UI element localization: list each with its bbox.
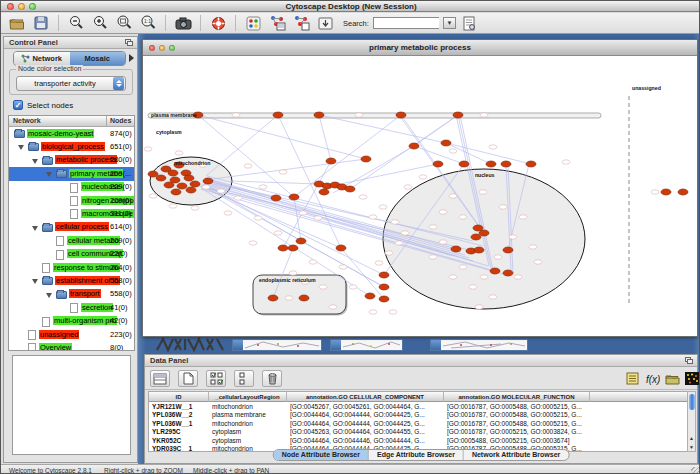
network-edge[interactable]	[294, 197, 301, 241]
unselect-attributes-grid-icon[interactable]	[234, 370, 254, 387]
network-node[interactable]	[486, 161, 496, 167]
new-attribute-icon[interactable]	[178, 370, 198, 387]
tree-row-response-to-stimulu[interactable]: response to stimulu264(0)	[9, 261, 134, 274]
tab-edge-attribute-browser[interactable]: Edge Attribute Browser	[369, 450, 464, 460]
network-node-small[interactable]	[254, 216, 262, 220]
table-vertical-scrollbar[interactable]: ▲ ▼	[687, 391, 696, 452]
tree-row-secretion[interactable]: secretion41(0)	[9, 301, 134, 314]
zoom-fit-icon[interactable]: 1:1	[138, 14, 158, 32]
network-node-small[interactable]	[285, 296, 293, 300]
notes-icon[interactable]	[624, 371, 640, 386]
open-file-icon[interactable]	[7, 14, 27, 32]
network-node-small[interactable]	[534, 260, 542, 264]
network-node[interactable]	[459, 161, 469, 167]
network-node[interactable]	[361, 156, 371, 162]
network-node-small[interactable]	[309, 260, 317, 264]
tree-row-cell-communicat[interactable]: cell communicat22(0)	[9, 248, 134, 261]
network-node-small[interactable]	[429, 225, 437, 229]
network-node-small[interactable]	[249, 241, 257, 245]
tree-row-cellular-process[interactable]: cellular process614(0)	[9, 221, 134, 234]
network-node[interactable]	[278, 245, 288, 251]
search-options-icon[interactable]	[460, 14, 480, 32]
minimized-window-thumbnail[interactable]	[430, 339, 528, 351]
network-node-small[interactable]	[149, 194, 157, 198]
network-node-small[interactable]	[224, 211, 232, 215]
network-edge[interactable]	[319, 115, 331, 161]
network-canvas[interactable]: plasma membranecytoplasmmitochondrionnuc…	[143, 56, 697, 336]
tree-expander-icon[interactable]	[32, 279, 38, 284]
scroll-up-icon[interactable]: ▲	[688, 434, 695, 442]
network-node-small[interactable]	[475, 305, 483, 309]
tab-network[interactable]: Network	[14, 52, 70, 65]
network-node[interactable]	[299, 295, 309, 301]
network-node-small[interactable]	[449, 149, 457, 153]
network-node[interactable]	[184, 175, 194, 181]
function-builder-icon[interactable]: f(x)	[644, 371, 660, 386]
tree-row-establishment-of-lo[interactable]: establishment of lo558(0)	[9, 274, 134, 287]
tree-expander-icon[interactable]	[32, 159, 38, 164]
network-node[interactable]	[451, 246, 461, 252]
network-node-small[interactable]	[509, 235, 517, 239]
tree-row-metabolic-process[interactable]: metabolic process280(0)	[9, 154, 134, 167]
tree-row-nitrogen-compo[interactable]: nitrogen compo209(0)	[9, 194, 134, 207]
network-node[interactable]	[288, 245, 298, 251]
network-node[interactable]	[164, 182, 174, 188]
table-row[interactable]: YPL036W__2plasma membrane[GO:0044464, GO…	[149, 411, 687, 420]
float-panel-icon[interactable]	[685, 357, 694, 365]
network-node[interactable]	[379, 284, 389, 290]
network-node-small[interactable]	[519, 215, 527, 219]
network-node[interactable]	[326, 158, 336, 164]
network-node-small[interactable]	[319, 285, 327, 289]
network-window-titlebar[interactable]: primary metabolic process	[143, 40, 697, 56]
network-edge[interactable]	[231, 181, 319, 184]
network-node[interactable]	[490, 268, 500, 274]
network-node[interactable]	[273, 112, 283, 118]
tree-row-biological-process[interactable]: biological_process651(0)	[9, 140, 134, 153]
tree-row-overview[interactable]: Overview8(0)	[9, 341, 134, 351]
network-node-small[interactable]	[144, 147, 152, 151]
network-node[interactable]	[503, 270, 513, 276]
network-node[interactable]	[177, 183, 187, 189]
network-node[interactable]	[271, 195, 281, 201]
network-node-small[interactable]	[314, 216, 322, 220]
network-node[interactable]	[409, 143, 419, 149]
tree-row-nucleobase-[interactable]: nucleobase-209(0)	[9, 181, 134, 194]
show-graphics-details-icon[interactable]	[267, 14, 287, 32]
network-edge[interactable]	[278, 115, 341, 248]
zoom-selected-icon[interactable]	[114, 14, 134, 32]
network-node-small[interactable]	[391, 220, 399, 224]
network-node-small[interactable]	[274, 231, 282, 235]
network-node-small[interactable]	[379, 205, 387, 209]
network-node-small[interactable]	[480, 275, 488, 279]
float-panel-icon[interactable]	[125, 39, 134, 47]
network-node-small[interactable]	[359, 195, 367, 199]
network-node[interactable]	[186, 187, 196, 193]
network-node[interactable]	[503, 247, 513, 253]
network-node[interactable]	[661, 189, 671, 195]
birds-eye-view[interactable]	[12, 355, 131, 455]
network-node-small[interactable]	[449, 275, 457, 279]
tree-expander-icon[interactable]	[46, 293, 52, 298]
network-node-small[interactable]	[419, 175, 427, 179]
zoom-out-icon[interactable]	[66, 14, 86, 32]
network-node-small[interactable]	[439, 240, 447, 244]
network-node[interactable]	[168, 170, 178, 176]
tree-row-transport[interactable]: transport558(0)	[9, 288, 134, 301]
tab-node-attribute-browser[interactable]: Node Attribute Browser	[274, 450, 369, 460]
tree-row-macromolecule[interactable]: macromolecule311(0)	[9, 207, 134, 220]
select-nodes-checkbox[interactable]: ✓ Select nodes	[13, 100, 73, 110]
network-node[interactable]	[379, 296, 389, 302]
network-node[interactable]	[319, 189, 329, 195]
tree-expander-icon[interactable]	[32, 226, 38, 231]
node-color-dropdown[interactable]: transporter activity	[16, 76, 126, 91]
network-node-small[interactable]	[259, 185, 267, 189]
network-node-small[interactable]	[202, 185, 210, 189]
minimized-window-thumbnail[interactable]	[232, 339, 322, 351]
network-node[interactable]	[474, 247, 484, 253]
network-edge[interactable]	[205, 159, 366, 180]
column-header-0[interactable]: ID	[149, 392, 209, 402]
network-node-small[interactable]	[514, 275, 522, 279]
attribute-select-icon[interactable]	[150, 370, 170, 387]
network-node[interactable]	[526, 161, 536, 167]
tab-network-attribute-browser[interactable]: Network Attribute Browser	[464, 450, 568, 460]
